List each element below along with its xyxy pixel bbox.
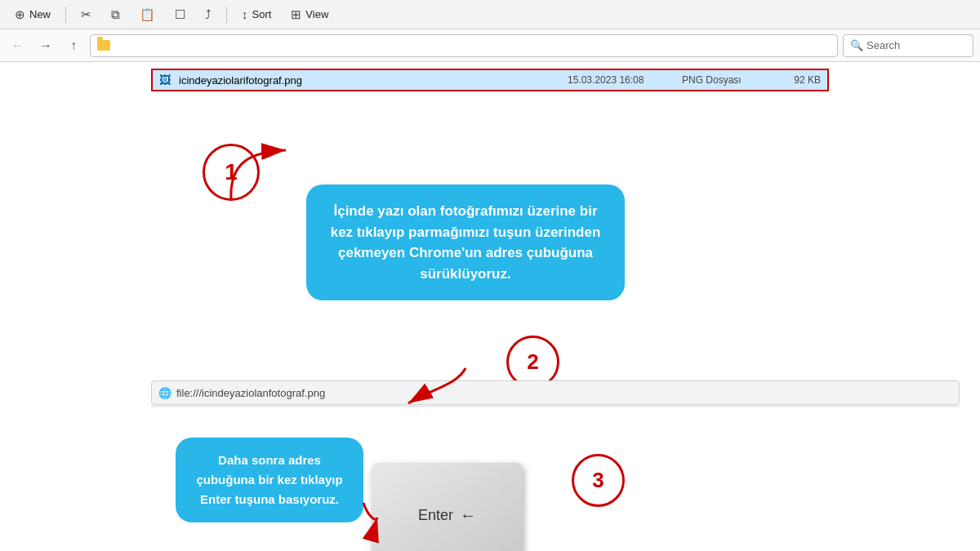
step-1-label: 1 bbox=[225, 159, 238, 185]
sort-icon: ↕ bbox=[242, 7, 248, 21]
paste-icon: 📋 bbox=[140, 7, 155, 22]
folder-icon bbox=[97, 40, 110, 51]
address-box[interactable] bbox=[90, 34, 838, 57]
search-box-wrapper[interactable]: 🔍 Search bbox=[843, 34, 973, 57]
step-2-label: 2 bbox=[527, 349, 538, 375]
instruction-bubble-2: Daha sonra adres çubuğuna bir kez tıklay… bbox=[176, 438, 363, 522]
rename-icon: ☐ bbox=[175, 7, 185, 22]
enter-key-arrow: ← bbox=[460, 506, 476, 525]
search-label: Search bbox=[866, 39, 900, 51]
new-label: New bbox=[29, 8, 51, 20]
step-3-circle: 3 bbox=[572, 454, 625, 507]
share-icon: ⤴ bbox=[205, 7, 212, 21]
enter-key: Enter ← bbox=[372, 462, 523, 551]
toolbar: ⊕ New ✂ ⧉ 📋 ☐ ⤴ ↕ Sort ⊞ View bbox=[0, 0, 980, 29]
toolbar-separator-1 bbox=[65, 7, 66, 23]
file-type: PNG Dosyası bbox=[682, 74, 764, 86]
sort-label: Sort bbox=[252, 8, 272, 20]
toolbar-separator-2 bbox=[226, 7, 227, 23]
file-icon: 🖼 bbox=[159, 73, 171, 87]
file-size: 92 KB bbox=[772, 74, 821, 86]
step-1-circle: 1 bbox=[203, 144, 260, 201]
bubble-2-text: Daha sonra adres çubuğuna bir kez tıklay… bbox=[196, 453, 342, 506]
sort-button[interactable]: ↕ Sort bbox=[234, 4, 279, 24]
paste-button[interactable]: 📋 bbox=[131, 4, 163, 25]
search-icon: 🔍 bbox=[850, 39, 863, 51]
file-row[interactable]: 🖼 icindeyaziolarifotograf.png 15.03.2023… bbox=[151, 69, 829, 91]
forward-button[interactable]: → bbox=[34, 34, 57, 57]
bubble-1-text: İçinde yazı olan fotoğrafımızı üzerine b… bbox=[331, 203, 601, 282]
chrome-address-bar[interactable]: 🌐 file:///icindeyaziolanfotograf.png bbox=[151, 380, 960, 405]
address-bar-row: ← → ↑ 🔍 Search bbox=[0, 29, 980, 62]
view-button[interactable]: ⊞ View bbox=[283, 4, 336, 25]
rename-button[interactable]: ☐ bbox=[167, 4, 194, 25]
copy-icon: ⧉ bbox=[111, 7, 120, 22]
view-icon: ⊞ bbox=[291, 7, 301, 22]
main-content: 🖼 icindeyaziolarifotograf.png 15.03.2023… bbox=[0, 62, 980, 551]
copy-button[interactable]: ⧉ bbox=[103, 4, 128, 25]
new-icon: ⊕ bbox=[15, 7, 25, 22]
file-date: 15.03.2023 16:08 bbox=[568, 74, 674, 86]
enter-key-label: Enter bbox=[418, 507, 453, 524]
new-button[interactable]: ⊕ New bbox=[7, 4, 59, 25]
up-button[interactable]: ↑ bbox=[62, 34, 85, 57]
instruction-bubble-1: İçinde yazı olan fotoğrafımızı üzerine b… bbox=[306, 184, 625, 300]
cut-button[interactable]: ✂ bbox=[73, 4, 100, 25]
step-3-label: 3 bbox=[592, 468, 604, 493]
back-button[interactable]: ← bbox=[7, 34, 29, 57]
file-name: icindeyaziolarifotograf.png bbox=[179, 74, 559, 87]
chrome-bar-divider bbox=[151, 406, 960, 407]
chrome-url: file:///icindeyaziolanfotograf.png bbox=[176, 387, 325, 399]
view-label: View bbox=[305, 8, 328, 20]
share-button[interactable]: ⤴ bbox=[197, 4, 220, 24]
cut-icon: ✂ bbox=[81, 7, 91, 22]
globe-icon: 🌐 bbox=[158, 387, 172, 399]
